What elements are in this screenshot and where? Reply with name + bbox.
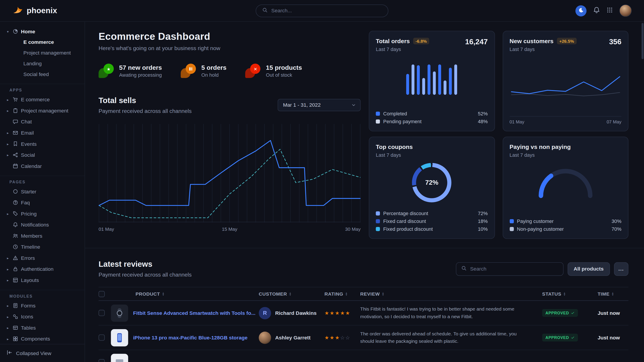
reviews-search[interactable] [456, 262, 564, 276]
column-header-product[interactable]: PRODUCT▴▾ [111, 291, 259, 296]
sort-icon[interactable]: ▴▾ [382, 292, 384, 296]
sort-icon[interactable]: ▴▾ [612, 292, 614, 296]
sidebar-item-errors[interactable]: ▸Errors [0, 252, 84, 264]
notifications-button[interactable] [593, 6, 600, 15]
scrollbar[interactable] [642, 23, 644, 59]
date-range-select[interactable]: Mar 1 - 31, 2022 [278, 99, 361, 111]
sidebar-item-members[interactable]: Members [0, 230, 84, 242]
review-row[interactable]: Fitbit Sense Advanced Smartwatch with To… [99, 301, 628, 325]
review-time: Just now [598, 310, 628, 316]
sidebar-item-notifications[interactable]: Notifications [0, 219, 84, 230]
legend-label: Paying customer [517, 218, 554, 224]
sidebar-item-landing[interactable]: Landing [0, 58, 84, 69]
sidebar-item-authentication[interactable]: ▸Authentication [0, 263, 84, 275]
legend-value: 18% [478, 218, 488, 224]
brand[interactable]: phoenix [12, 5, 57, 16]
sidebar-item-e-commerce[interactable]: ▸E commerce [0, 94, 84, 105]
reviews-search-input[interactable] [470, 266, 558, 272]
review-row[interactable] [99, 350, 628, 362]
legend-swatch [510, 219, 514, 223]
sidebar-item-e-commerce[interactable]: E commerce [0, 37, 84, 48]
sidebar-item-social[interactable]: ▸Social [0, 149, 84, 161]
sidebar-item-pricing[interactable]: ▸Pricing [0, 208, 84, 219]
sidebar-item-starter[interactable]: Starter [0, 186, 84, 197]
order-bar [417, 65, 420, 95]
collapsed-view-label: Collapsed View [16, 350, 52, 356]
sidebar-item-components[interactable]: ▸Components [0, 333, 84, 344]
caret-icon: ▾ [6, 29, 10, 33]
sidebar-item-chat[interactable]: Chat [0, 116, 84, 127]
orders-legend: Completed52%Pending payment48% [376, 111, 488, 125]
quick-stat-on-hold: 5 ordersOn hold [181, 64, 226, 78]
caret-icon: ▸ [6, 142, 10, 146]
user-avatar[interactable] [620, 4, 632, 17]
top-navbar: phoenix [0, 0, 644, 22]
caret-icon: ▸ [6, 108, 10, 112]
column-header-status[interactable]: STATUS▴▾ [542, 291, 598, 296]
all-products-button[interactable]: All products [568, 262, 610, 276]
sidebar-item-tables[interactable]: ▸Tables [0, 322, 84, 333]
legend-value: 70% [612, 226, 622, 232]
coupons-donut-chart: 72% [412, 163, 451, 202]
sidebar-item-forms[interactable]: ▸Forms [0, 300, 84, 311]
sidebar-item-home[interactable]: ▾Home [0, 26, 84, 37]
global-search[interactable] [256, 4, 388, 17]
select-all-checkbox[interactable] [99, 291, 105, 297]
sidebar-item-icons[interactable]: ▸Icons [0, 311, 84, 322]
sidebar-item-social-feed[interactable]: Social feed [0, 69, 84, 80]
sidebar-item-faq[interactable]: Faq [0, 197, 84, 208]
global-search-input[interactable] [271, 8, 382, 14]
search-icon [262, 7, 268, 14]
caret-icon: ▸ [6, 97, 10, 101]
caret-icon: ▸ [6, 326, 10, 330]
theme-toggle-button[interactable] [576, 5, 587, 16]
status-badge: APPROVED [542, 334, 578, 342]
pause-icon [181, 64, 196, 78]
navbar-actions [576, 4, 632, 17]
column-header-rating[interactable]: RATING▴▾ [324, 291, 360, 296]
sidebar-item-events[interactable]: ▸Events [0, 138, 84, 150]
legend-swatch [376, 227, 380, 231]
x-tick-label: 01 May [510, 119, 524, 124]
coupons-legend-item: Fixed product discount10% [376, 226, 488, 232]
sidebar-item-timeline[interactable]: Timeline [0, 241, 84, 252]
sort-icon[interactable]: ▴▾ [162, 292, 164, 296]
collapsed-view-toggle[interactable]: Collapsed View [0, 344, 84, 362]
rating-stars: ★★★★★ [324, 310, 351, 316]
top-coupons-card: Top coupons Last 7 days 72% Percentage d… [369, 137, 495, 239]
product-thumbnail[interactable] [111, 304, 128, 322]
product-link[interactable]: iPhone 13 pro max-Pacific Blue-128GB sto… [133, 335, 248, 341]
more-options-button[interactable]: ... [614, 262, 628, 276]
sidebar-item-layouts[interactable]: ▸Layouts [0, 275, 84, 286]
column-header-review[interactable]: REVIEW▴▾ [360, 291, 542, 296]
column-header-time[interactable]: TIME▴▾ [598, 291, 628, 296]
card-period: Last 7 days [510, 46, 576, 52]
row-checkbox[interactable] [99, 359, 105, 362]
new-customers-value: 356 [609, 38, 622, 46]
order-bar [406, 74, 409, 95]
chat-icon [13, 119, 18, 124]
column-header-customer[interactable]: CUSTOMER▴▾ [259, 291, 324, 296]
legend-label: Pending payment [383, 118, 422, 124]
coupons-legend-item: Percentage discount72% [376, 211, 488, 216]
sort-icon[interactable]: ▴▾ [564, 292, 566, 296]
sort-icon[interactable]: ▴▾ [290, 292, 291, 296]
review-row[interactable]: iPhone 13 pro max-Pacific Blue-128GB sto… [99, 326, 628, 350]
apps-grid-button[interactable] [607, 7, 613, 14]
app: phoenix ▾HomeE commerceProject managemen… [0, 0, 644, 362]
status-badge: APPROVED [542, 309, 578, 317]
sidebar-item-project-management[interactable]: ▸Project management [0, 105, 84, 116]
row-checkbox[interactable] [99, 310, 105, 316]
sidebar-item-project-management[interactable]: Project management [0, 48, 84, 58]
row-checkbox[interactable] [99, 335, 105, 341]
sort-icon[interactable]: ▴▾ [346, 292, 347, 296]
x-icon: ✕ [246, 64, 261, 78]
warning-icon [13, 255, 18, 261]
product-thumbnail[interactable] [111, 329, 128, 346]
flag-icon [13, 141, 18, 146]
sidebar-item-calendar[interactable]: Calendar [0, 161, 84, 172]
sidebar-item-email[interactable]: ▸Email [0, 127, 84, 138]
quick-stats-row: ★57 new ordersAwating processing5 orders… [99, 64, 361, 78]
product-link[interactable]: Fitbit Sense Advanced Smartwatch with To… [133, 310, 256, 316]
product-thumbnail[interactable] [111, 354, 128, 362]
